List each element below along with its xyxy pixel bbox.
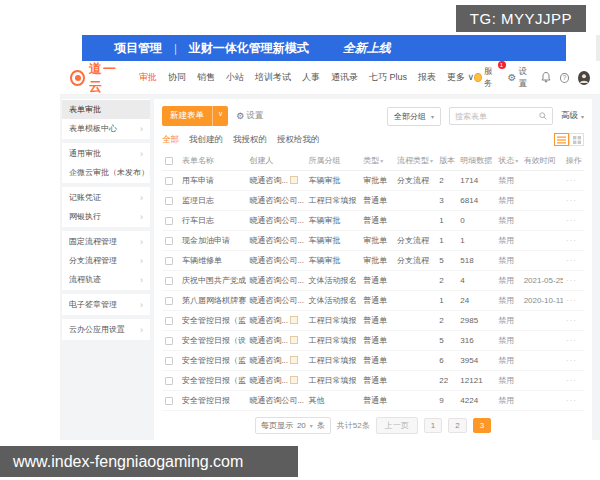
row-checkbox[interactable] <box>165 337 173 345</box>
page-size-prefix: 每页显示 <box>261 420 293 431</box>
nav-item-5[interactable]: 人事 <box>302 71 320 84</box>
table-settings-button[interactable]: ⚙ 设置 <box>236 110 263 122</box>
sidebar-item[interactable]: 表单审批 <box>62 100 150 119</box>
row-checkbox[interactable] <box>165 397 173 405</box>
nav-item-0[interactable]: 审批 <box>139 71 157 84</box>
nav-item-4[interactable]: 培训考试 <box>255 71 291 84</box>
row-actions-button[interactable]: ··· <box>563 351 584 371</box>
row-checkbox[interactable] <box>165 217 173 225</box>
nav-item-1[interactable]: 协同 <box>168 71 186 84</box>
select-all-checkbox[interactable] <box>165 157 173 165</box>
search-input[interactable] <box>455 112 539 121</box>
row-checkbox[interactable] <box>165 297 173 305</box>
row-checkbox[interactable] <box>165 377 173 385</box>
prev-page-button[interactable]: 上一页 <box>376 417 418 434</box>
notification-bell-button[interactable] <box>541 69 551 87</box>
nav-item-7[interactable]: 七巧 Plus <box>369 71 407 84</box>
row-checkbox[interactable] <box>165 177 173 185</box>
nav-item-9[interactable]: 更多 ∨ <box>447 71 474 84</box>
cell-form-name[interactable]: 安全管控日报（设... <box>179 331 247 351</box>
cell-type: 普通单 <box>360 311 394 331</box>
sidebar-item[interactable]: 记账凭证› <box>62 188 150 207</box>
service-button[interactable]: 服务 1 <box>474 66 498 90</box>
row-checkbox[interactable] <box>165 197 173 205</box>
nav-item-6[interactable]: 通讯录 <box>331 71 358 84</box>
search-box[interactable] <box>449 107 553 125</box>
column-header-type[interactable]: 类型▾ <box>360 151 394 171</box>
tab-3[interactable]: 授权给我的 <box>277 134 320 146</box>
sidebar-item[interactable]: 云办公应用设置› <box>62 320 150 339</box>
sidebar-item[interactable]: 网银执行› <box>62 207 150 226</box>
cell-form-name[interactable]: 第八届网络棋牌赛... <box>179 291 247 311</box>
nav-item-3[interactable]: 小站 <box>226 71 244 84</box>
row-actions-button[interactable]: ··· <box>563 211 584 231</box>
cell-form-name[interactable]: 安全管控日报（监... <box>179 311 247 331</box>
row-actions-button[interactable]: ··· <box>563 271 584 291</box>
search-icon[interactable] <box>539 112 547 120</box>
sidebar-item[interactable]: 分支流程管理› <box>62 251 150 270</box>
nav-item-2[interactable]: 销售 <box>197 71 215 84</box>
tab-0[interactable]: 全部 <box>162 134 179 146</box>
cell-form-name[interactable]: 现金加油申请 <box>179 231 247 251</box>
sidebar-item[interactable]: 固定流程管理› <box>62 232 150 251</box>
row-checkbox[interactable] <box>165 357 173 365</box>
row-actions-button[interactable]: ··· <box>563 251 584 271</box>
column-header-status[interactable]: 状态▾ <box>495 151 520 171</box>
list-view-toggle[interactable] <box>554 133 569 146</box>
cell-form-name[interactable]: 安全管控日报 <box>179 391 247 411</box>
page-button-2[interactable]: 2 <box>448 418 466 433</box>
row-checkbox[interactable] <box>165 257 173 265</box>
sidebar-item[interactable]: 企微云审批（未发布）› <box>62 163 150 182</box>
nav-item-8[interactable]: 报表 <box>418 71 436 84</box>
group-filter-select[interactable]: 全部分组 ▾ <box>387 107 441 126</box>
cell-form-name[interactable]: 车辆维修单 <box>179 251 247 271</box>
cell-detail-count: 12121 <box>457 371 495 391</box>
page-size-select[interactable]: 每页显示 20 ▾ 条 <box>255 417 331 434</box>
row-actions-button[interactable]: ··· <box>563 231 584 251</box>
row-actions-button[interactable]: ··· <box>563 311 584 331</box>
cell-form-name[interactable]: 监理日志 <box>179 191 247 211</box>
sidebar-item[interactable]: 通用审批› <box>62 144 150 163</box>
cell-form-name[interactable]: 安全管控日报（监... <box>179 351 247 371</box>
new-form-caret-icon[interactable]: ∨ <box>212 106 228 126</box>
row-actions-button[interactable]: ··· <box>563 371 584 391</box>
cell-type: 普通单 <box>360 211 394 231</box>
sidebar-item[interactable]: 电子签章管理› <box>62 295 150 314</box>
row-actions-button[interactable]: ··· <box>563 191 584 211</box>
avatar[interactable]: 1 <box>578 71 590 85</box>
cell-form-name[interactable]: 用车申请 <box>179 171 247 191</box>
row-checkbox[interactable] <box>165 237 173 245</box>
new-form-button[interactable]: 新建表单 ∨ <box>162 106 228 126</box>
advanced-filter-button[interactable]: 高级 ▾ <box>561 110 584 122</box>
grid-view-toggle[interactable] <box>569 133 584 146</box>
sidebar-item[interactable]: 流程轨迹› <box>62 270 150 289</box>
cell-form-name[interactable]: 行车日志 <box>179 211 247 231</box>
row-checkbox[interactable] <box>165 317 173 325</box>
cell-status: 禁用 <box>495 171 520 191</box>
row-checkbox[interactable] <box>165 277 173 285</box>
row-actions-button[interactable]: ··· <box>563 171 584 191</box>
row-actions-button[interactable]: ··· <box>563 291 584 311</box>
promo-banner[interactable]: 项目管理 ｜ 业财一体化管理新模式 全新上线 <box>82 35 566 61</box>
page-button-1[interactable]: 1 <box>424 418 442 433</box>
tab-1[interactable]: 我创建的 <box>189 134 223 146</box>
column-header-flow[interactable]: 流程类型▾ <box>394 151 436 171</box>
help-button[interactable]: ? <box>560 73 569 83</box>
table-body: 用车申请晓通咨询...车辆审批审批单分支流程21714禁用···监理日志晓通咨询… <box>162 171 584 411</box>
settings-button[interactable]: ⚙ 设置 <box>508 66 532 90</box>
sidebar-item[interactable]: 表单模板中心› <box>62 119 150 138</box>
app-logo[interactable]: 道一云 <box>70 60 127 96</box>
cell-valid-time <box>521 171 563 191</box>
cell-valid-time <box>521 391 563 411</box>
row-actions-button[interactable]: ··· <box>563 331 584 351</box>
cell-status: 禁用 <box>495 291 520 311</box>
row-checkbox-cell <box>162 271 179 291</box>
tab-2[interactable]: 我授权的 <box>233 134 267 146</box>
cell-form-name[interactable]: 安全管控日报（监... <box>179 371 247 391</box>
row-actions-button[interactable]: ··· <box>563 391 584 411</box>
page-button-3[interactable]: 3 <box>473 418 491 433</box>
sidebar-item-label: 云办公应用设置 <box>69 324 125 335</box>
caret-down-icon: ▾ <box>581 113 584 120</box>
cell-form-name[interactable]: 庆祝中国共产党成... <box>179 271 247 291</box>
creator-tag-icon <box>290 356 298 364</box>
